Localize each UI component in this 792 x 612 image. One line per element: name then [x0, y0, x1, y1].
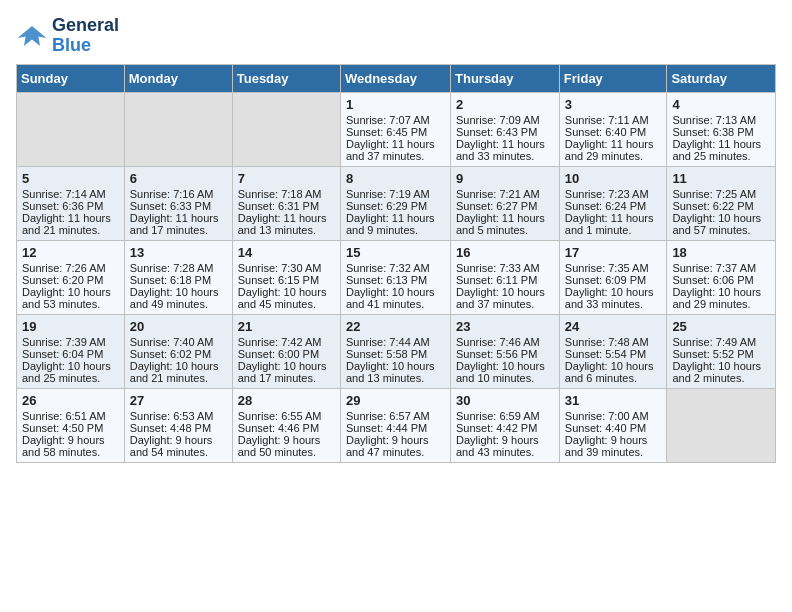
day-number: 22: [346, 319, 445, 334]
calendar-cell: 14Sunrise: 7:30 AMSunset: 6:15 PMDayligh…: [232, 240, 340, 314]
calendar-cell: 29Sunrise: 6:57 AMSunset: 4:44 PMDayligh…: [340, 388, 450, 462]
cell-info: Sunrise: 7:11 AMSunset: 6:40 PMDaylight:…: [565, 114, 654, 162]
day-number: 21: [238, 319, 335, 334]
column-header-monday: Monday: [124, 64, 232, 92]
calendar-cell: 28Sunrise: 6:55 AMSunset: 4:46 PMDayligh…: [232, 388, 340, 462]
day-number: 20: [130, 319, 227, 334]
calendar-cell: 12Sunrise: 7:26 AMSunset: 6:20 PMDayligh…: [17, 240, 125, 314]
day-number: 24: [565, 319, 662, 334]
cell-info: Sunrise: 7:35 AMSunset: 6:09 PMDaylight:…: [565, 262, 654, 310]
cell-info: Sunrise: 7:33 AMSunset: 6:11 PMDaylight:…: [456, 262, 545, 310]
cell-info: Sunrise: 7:25 AMSunset: 6:22 PMDaylight:…: [672, 188, 761, 236]
calendar-cell: 16Sunrise: 7:33 AMSunset: 6:11 PMDayligh…: [451, 240, 560, 314]
calendar-cell: [17, 92, 125, 166]
logo-icon: [16, 22, 48, 50]
day-number: 3: [565, 97, 662, 112]
cell-info: Sunrise: 7:42 AMSunset: 6:00 PMDaylight:…: [238, 336, 327, 384]
logo-line2: Blue: [52, 36, 119, 56]
calendar-cell: 25Sunrise: 7:49 AMSunset: 5:52 PMDayligh…: [667, 314, 776, 388]
day-number: 28: [238, 393, 335, 408]
cell-info: Sunrise: 7:19 AMSunset: 6:29 PMDaylight:…: [346, 188, 435, 236]
logo: General Blue: [16, 16, 119, 56]
calendar-cell: [667, 388, 776, 462]
calendar-cell: [232, 92, 340, 166]
calendar-week-row: 5Sunrise: 7:14 AMSunset: 6:36 PMDaylight…: [17, 166, 776, 240]
cell-info: Sunrise: 7:21 AMSunset: 6:27 PMDaylight:…: [456, 188, 545, 236]
cell-info: Sunrise: 7:39 AMSunset: 6:04 PMDaylight:…: [22, 336, 111, 384]
column-header-saturday: Saturday: [667, 64, 776, 92]
calendar-cell: 1Sunrise: 7:07 AMSunset: 6:45 PMDaylight…: [340, 92, 450, 166]
cell-info: Sunrise: 7:23 AMSunset: 6:24 PMDaylight:…: [565, 188, 654, 236]
day-number: 31: [565, 393, 662, 408]
calendar-header-row: SundayMondayTuesdayWednesdayThursdayFrid…: [17, 64, 776, 92]
calendar-cell: 24Sunrise: 7:48 AMSunset: 5:54 PMDayligh…: [559, 314, 667, 388]
calendar-cell: 11Sunrise: 7:25 AMSunset: 6:22 PMDayligh…: [667, 166, 776, 240]
day-number: 26: [22, 393, 119, 408]
cell-info: Sunrise: 7:40 AMSunset: 6:02 PMDaylight:…: [130, 336, 219, 384]
day-number: 7: [238, 171, 335, 186]
calendar-week-row: 1Sunrise: 7:07 AMSunset: 6:45 PMDaylight…: [17, 92, 776, 166]
column-header-friday: Friday: [559, 64, 667, 92]
calendar-cell: [124, 92, 232, 166]
calendar-cell: 27Sunrise: 6:53 AMSunset: 4:48 PMDayligh…: [124, 388, 232, 462]
day-number: 23: [456, 319, 554, 334]
calendar-cell: 19Sunrise: 7:39 AMSunset: 6:04 PMDayligh…: [17, 314, 125, 388]
calendar-cell: 7Sunrise: 7:18 AMSunset: 6:31 PMDaylight…: [232, 166, 340, 240]
day-number: 10: [565, 171, 662, 186]
calendar-cell: 31Sunrise: 7:00 AMSunset: 4:40 PMDayligh…: [559, 388, 667, 462]
cell-info: Sunrise: 7:07 AMSunset: 6:45 PMDaylight:…: [346, 114, 435, 162]
cell-info: Sunrise: 7:49 AMSunset: 5:52 PMDaylight:…: [672, 336, 761, 384]
day-number: 12: [22, 245, 119, 260]
day-number: 6: [130, 171, 227, 186]
calendar-table: SundayMondayTuesdayWednesdayThursdayFrid…: [16, 64, 776, 463]
calendar-cell: 20Sunrise: 7:40 AMSunset: 6:02 PMDayligh…: [124, 314, 232, 388]
cell-info: Sunrise: 7:16 AMSunset: 6:33 PMDaylight:…: [130, 188, 219, 236]
day-number: 11: [672, 171, 770, 186]
calendar-cell: 17Sunrise: 7:35 AMSunset: 6:09 PMDayligh…: [559, 240, 667, 314]
calendar-cell: 2Sunrise: 7:09 AMSunset: 6:43 PMDaylight…: [451, 92, 560, 166]
svg-marker-0: [18, 26, 47, 46]
cell-info: Sunrise: 7:30 AMSunset: 6:15 PMDaylight:…: [238, 262, 327, 310]
cell-info: Sunrise: 7:14 AMSunset: 6:36 PMDaylight:…: [22, 188, 111, 236]
calendar-body: 1Sunrise: 7:07 AMSunset: 6:45 PMDaylight…: [17, 92, 776, 462]
day-number: 5: [22, 171, 119, 186]
cell-info: Sunrise: 6:55 AMSunset: 4:46 PMDaylight:…: [238, 410, 322, 458]
day-number: 14: [238, 245, 335, 260]
day-number: 18: [672, 245, 770, 260]
calendar-cell: 10Sunrise: 7:23 AMSunset: 6:24 PMDayligh…: [559, 166, 667, 240]
day-number: 27: [130, 393, 227, 408]
calendar-cell: 22Sunrise: 7:44 AMSunset: 5:58 PMDayligh…: [340, 314, 450, 388]
day-number: 2: [456, 97, 554, 112]
cell-info: Sunrise: 7:13 AMSunset: 6:38 PMDaylight:…: [672, 114, 761, 162]
day-number: 17: [565, 245, 662, 260]
calendar-week-row: 26Sunrise: 6:51 AMSunset: 4:50 PMDayligh…: [17, 388, 776, 462]
cell-info: Sunrise: 7:18 AMSunset: 6:31 PMDaylight:…: [238, 188, 327, 236]
calendar-cell: 21Sunrise: 7:42 AMSunset: 6:00 PMDayligh…: [232, 314, 340, 388]
cell-info: Sunrise: 6:53 AMSunset: 4:48 PMDaylight:…: [130, 410, 214, 458]
cell-info: Sunrise: 7:32 AMSunset: 6:13 PMDaylight:…: [346, 262, 435, 310]
column-header-tuesday: Tuesday: [232, 64, 340, 92]
calendar-cell: 18Sunrise: 7:37 AMSunset: 6:06 PMDayligh…: [667, 240, 776, 314]
cell-info: Sunrise: 7:28 AMSunset: 6:18 PMDaylight:…: [130, 262, 219, 310]
calendar-cell: 26Sunrise: 6:51 AMSunset: 4:50 PMDayligh…: [17, 388, 125, 462]
cell-info: Sunrise: 7:48 AMSunset: 5:54 PMDaylight:…: [565, 336, 654, 384]
day-number: 30: [456, 393, 554, 408]
cell-info: Sunrise: 6:51 AMSunset: 4:50 PMDaylight:…: [22, 410, 106, 458]
calendar-cell: 13Sunrise: 7:28 AMSunset: 6:18 PMDayligh…: [124, 240, 232, 314]
cell-info: Sunrise: 7:00 AMSunset: 4:40 PMDaylight:…: [565, 410, 649, 458]
logo-line1: General: [52, 16, 119, 36]
column-header-thursday: Thursday: [451, 64, 560, 92]
column-header-wednesday: Wednesday: [340, 64, 450, 92]
calendar-week-row: 19Sunrise: 7:39 AMSunset: 6:04 PMDayligh…: [17, 314, 776, 388]
cell-info: Sunrise: 7:44 AMSunset: 5:58 PMDaylight:…: [346, 336, 435, 384]
cell-info: Sunrise: 7:09 AMSunset: 6:43 PMDaylight:…: [456, 114, 545, 162]
cell-info: Sunrise: 7:26 AMSunset: 6:20 PMDaylight:…: [22, 262, 111, 310]
calendar-cell: 6Sunrise: 7:16 AMSunset: 6:33 PMDaylight…: [124, 166, 232, 240]
day-number: 25: [672, 319, 770, 334]
calendar-cell: 9Sunrise: 7:21 AMSunset: 6:27 PMDaylight…: [451, 166, 560, 240]
calendar-cell: 5Sunrise: 7:14 AMSunset: 6:36 PMDaylight…: [17, 166, 125, 240]
day-number: 13: [130, 245, 227, 260]
day-number: 8: [346, 171, 445, 186]
cell-info: Sunrise: 6:59 AMSunset: 4:42 PMDaylight:…: [456, 410, 540, 458]
calendar-cell: 4Sunrise: 7:13 AMSunset: 6:38 PMDaylight…: [667, 92, 776, 166]
